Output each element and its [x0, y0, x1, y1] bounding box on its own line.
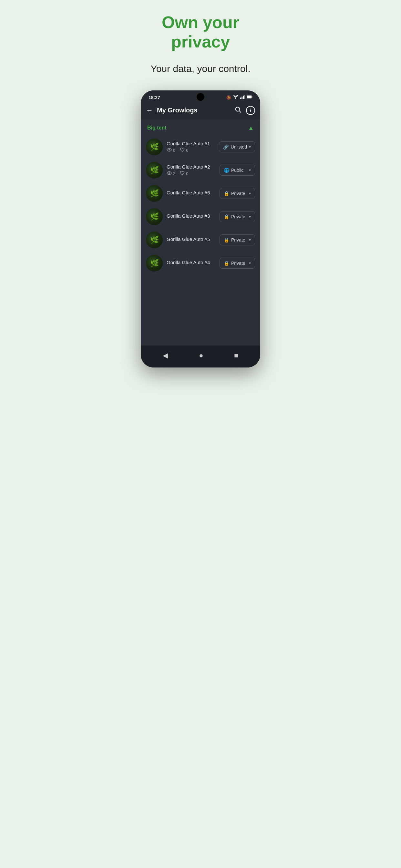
svg-rect-1	[242, 97, 243, 99]
status-bar: 18:27 🔕	[141, 90, 260, 103]
plant-views: 0	[166, 148, 175, 153]
privacy-badge[interactable]: 🔒 Private ▾	[220, 258, 255, 269]
nav-bar: ◀ ● ■	[141, 345, 260, 368]
privacy-badge[interactable]: 🔒 Private ▾	[220, 188, 255, 199]
status-icons: 🔕	[226, 95, 252, 100]
search-button[interactable]	[235, 106, 242, 115]
plant-avatar: 🌿	[146, 162, 163, 179]
back-button[interactable]: ←	[146, 106, 153, 115]
plant-avatar: 🌿	[146, 255, 163, 272]
privacy-label: Private	[231, 260, 247, 266]
privacy-icon: 🔒	[224, 191, 229, 196]
plant-avatar-image: 🌿	[146, 208, 163, 225]
plant-stats: 2 0	[166, 171, 216, 176]
svg-point-9	[168, 149, 170, 151]
plant-info: Gorilla Glue Auto #6	[166, 190, 216, 197]
plant-likes: 0	[180, 148, 188, 153]
privacy-label: Unlisted	[230, 144, 247, 150]
plant-avatar-image: 🌿	[146, 138, 163, 155]
svg-rect-5	[247, 96, 251, 98]
app-content: Big tent ▲ 🌿 Gorilla Glue Auto #1	[141, 120, 260, 345]
app-bar-title: My Growlogs	[157, 106, 230, 114]
plant-item: 🌿 Gorilla Glue Auto #5 🔒 Private ▾	[141, 228, 260, 252]
mute-icon: 🔕	[226, 95, 231, 100]
nav-home[interactable]: ●	[192, 350, 210, 361]
plant-name: Gorilla Glue Auto #6	[166, 190, 216, 195]
plant-name: Gorilla Glue Auto #2	[166, 164, 216, 169]
plant-info: Gorilla Glue Auto #3	[166, 213, 216, 220]
svg-rect-6	[252, 96, 252, 97]
heart-icon	[180, 171, 185, 176]
privacy-badge[interactable]: 🌐 Public ▾	[220, 165, 255, 176]
plant-avatar-image: 🌿	[146, 162, 163, 179]
privacy-icon: 🔒	[224, 237, 229, 243]
eye-icon	[166, 148, 172, 153]
privacy-icon: 🔗	[223, 144, 228, 150]
privacy-icon: 🔒	[224, 260, 229, 266]
privacy-label: Private	[231, 237, 247, 243]
plant-avatar: 🌿	[146, 231, 163, 248]
plant-avatar-image: 🌿	[146, 231, 163, 248]
plant-avatar: 🌿	[146, 208, 163, 225]
status-time: 18:27	[149, 95, 160, 100]
eye-icon	[166, 171, 172, 176]
plant-info: Gorilla Glue Auto #1 0	[166, 141, 215, 153]
plant-avatar: 🌿	[146, 185, 163, 202]
svg-point-10	[168, 173, 170, 174]
svg-rect-3	[244, 95, 245, 99]
plant-info: Gorilla Glue Auto #4	[166, 259, 216, 267]
phone-mockup: 18:27 🔕	[141, 90, 260, 368]
plant-avatar-image: 🌿	[146, 185, 163, 202]
privacy-label: Public	[231, 167, 247, 173]
privacy-label: Private	[231, 191, 247, 196]
plant-item: 🌿 Gorilla Glue Auto #3 🔒 Private ▾	[141, 205, 260, 228]
plant-stats: 0 0	[166, 148, 215, 153]
plant-views: 2	[166, 171, 175, 176]
signal-icon	[240, 95, 245, 100]
phone-side-button	[260, 142, 260, 161]
privacy-chevron-icon: ▾	[249, 168, 251, 173]
privacy-chevron-icon: ▾	[249, 214, 251, 219]
info-button[interactable]: i	[246, 106, 255, 115]
plant-avatar-image: 🌿	[146, 255, 163, 272]
nav-recent[interactable]: ■	[227, 350, 245, 361]
plant-name: Gorilla Glue Auto #5	[166, 237, 216, 242]
status-notch	[197, 93, 204, 101]
group-title: Big tent	[147, 125, 166, 131]
plant-item: 🌿 Gorilla Glue Auto #2 2	[141, 159, 260, 182]
plant-item: 🌿 Gorilla Glue Auto #6 🔒 Private ▾	[141, 182, 260, 205]
svg-rect-2	[243, 96, 244, 99]
svg-rect-0	[240, 97, 241, 99]
plant-name: Gorilla Glue Auto #3	[166, 213, 216, 219]
app-bar-actions: i	[235, 106, 255, 115]
plant-likes: 0	[180, 171, 188, 176]
group-header[interactable]: Big tent ▲	[141, 120, 260, 135]
plant-list: 🌿 Gorilla Glue Auto #1 0	[141, 135, 260, 275]
privacy-label: Private	[231, 214, 247, 219]
plant-item: 🌿 Gorilla Glue Auto #4 🔒 Private ▾	[141, 252, 260, 275]
plant-name: Gorilla Glue Auto #4	[166, 259, 216, 265]
privacy-chevron-icon: ▾	[249, 261, 251, 266]
privacy-icon: 🌐	[224, 167, 229, 173]
privacy-badge[interactable]: 🔒 Private ▾	[220, 211, 255, 222]
group-collapse-icon[interactable]: ▲	[248, 125, 254, 131]
nav-back[interactable]: ◀	[156, 350, 175, 361]
plant-info: Gorilla Glue Auto #2 2	[166, 164, 216, 176]
wifi-icon	[233, 95, 238, 100]
privacy-badge[interactable]: 🔗 Unlisted ▾	[219, 142, 255, 152]
privacy-chevron-icon: ▾	[249, 145, 251, 149]
hero-title: Own your privacy	[162, 13, 239, 52]
heart-icon	[180, 148, 185, 153]
plant-name: Gorilla Glue Auto #1	[166, 141, 215, 146]
plant-info: Gorilla Glue Auto #5	[166, 237, 216, 243]
privacy-icon: 🔒	[224, 214, 229, 219]
hero-subtitle: Your data, your control.	[150, 63, 250, 74]
page-hero: Own your privacy	[162, 13, 239, 58]
plant-avatar: 🌿	[146, 138, 163, 155]
plant-item: 🌿 Gorilla Glue Auto #1 0	[141, 135, 260, 159]
privacy-badge[interactable]: 🔒 Private ▾	[220, 235, 255, 245]
app-bar: ← My Growlogs i	[141, 103, 260, 120]
privacy-chevron-icon: ▾	[249, 191, 251, 196]
svg-line-8	[239, 111, 241, 113]
privacy-chevron-icon: ▾	[249, 238, 251, 242]
